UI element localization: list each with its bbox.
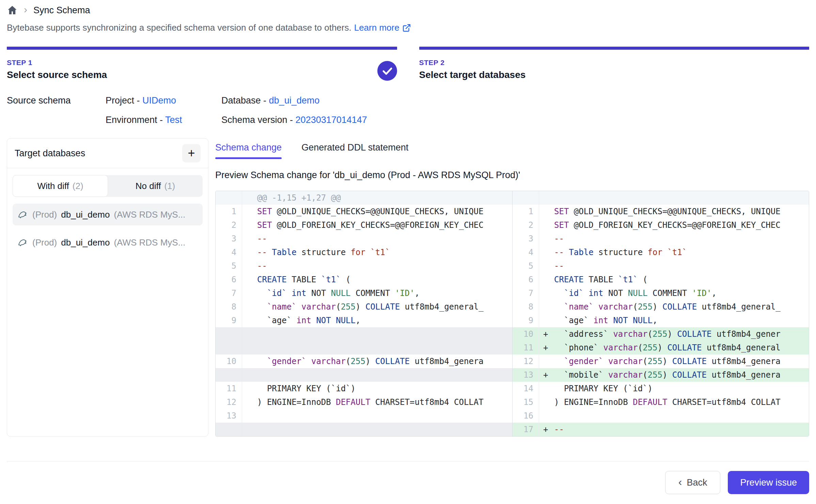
diff-row: 9 `age` int NOT NULL,	[513, 314, 809, 327]
code-line: -- Table structure for `t1`	[242, 246, 512, 259]
diff-row: 7 `id` int NOT NULL COMMENT 'ID',	[513, 286, 809, 300]
diff-filter-tab-with-diff[interactable]: With diff(2)	[13, 175, 108, 197]
code-line	[242, 341, 512, 355]
diff-row: 8 `name` varchar(255) COLLATE utf8mb4_ge…	[513, 300, 809, 314]
code-line: + `address` varchar(255) COLLATE utf8mb4…	[539, 327, 809, 341]
diff-row: 12) ENGINE=InnoDB DEFAULT CHARSET=utf8mb…	[216, 395, 512, 409]
code-line	[242, 368, 512, 382]
line-number	[216, 341, 242, 355]
source-schema-label: Source schema	[7, 95, 106, 125]
source-environment: Environment - Test	[106, 115, 221, 125]
footer-divider	[7, 461, 809, 461]
line-number: 13	[513, 368, 539, 382]
source-schema-summary: Source schema Project - UIDemo Database …	[7, 95, 809, 125]
step-2-label: STEP 2	[419, 59, 810, 67]
source-schema-version: Schema version - 20230317014147	[221, 115, 367, 125]
code-line: SET @OLD_FOREIGN_KEY_CHECKS=@@FOREIGN_KE…	[539, 218, 809, 232]
diff-filler-row	[216, 327, 512, 341]
diff-row: 12 `gender` varchar(255) COLLATE utf8mb4…	[513, 355, 809, 368]
code-line: SET @OLD_UNIQUE_CHECKS=@@UNIQUE_CHECKS, …	[539, 205, 809, 218]
preview-tab-generated-ddl-statement[interactable]: Generated DDL statement	[301, 142, 408, 159]
step-1-progress-bar	[7, 47, 397, 50]
tab-count: (1)	[164, 181, 175, 191]
diff-row: 5--	[216, 259, 512, 273]
line-number: 6	[513, 273, 539, 286]
diff-row: 13	[216, 409, 512, 423]
diff-row: 14 PRIMARY KEY (`id`)	[513, 382, 809, 395]
diff-row: 2SET @OLD_FOREIGN_KEY_CHECKS=@@FOREIGN_K…	[513, 218, 809, 232]
line-number: 1	[513, 205, 539, 218]
line-number	[513, 191, 539, 205]
step-1: STEP 1 Select source schema	[7, 47, 397, 80]
preview-tabs: Schema changeGenerated DDL statement	[215, 142, 809, 159]
diff-row: 4-- Table structure for `t1`	[513, 246, 809, 259]
environment-link[interactable]: Test	[165, 115, 182, 125]
diff-pane-source[interactable]: @@ -1,15 +1,27 @@1SET @OLD_UNIQUE_CHECKS…	[216, 191, 512, 436]
line-number: 4	[216, 246, 242, 259]
db-name: db_ui_demo	[61, 209, 110, 220]
step-2: STEP 2 Select target databases	[419, 47, 810, 80]
step-1-done-check-icon	[377, 61, 397, 81]
code-line: + `phone` varchar(255) COLLATE utf8mb4_g…	[539, 341, 809, 355]
diff-row: 3--	[513, 232, 809, 246]
line-number: 12	[513, 355, 539, 368]
code-line: `name` varchar(255) COLLATE utf8mb4_gene…	[539, 300, 809, 314]
add-target-database-button[interactable]: +	[182, 144, 201, 162]
target-database-item[interactable]: (Prod)db_ui_demo(AWS RDS MyS...	[13, 204, 203, 225]
code-line: `age` int NOT NULL,	[242, 314, 512, 327]
line-number: 12	[216, 395, 242, 409]
line-number: 9	[513, 314, 539, 327]
line-number: 14	[513, 382, 539, 395]
diff-filter-tabs: With diff(2)No diff(1)	[13, 175, 203, 197]
line-number: 13	[216, 409, 242, 423]
code-line: --	[242, 232, 512, 246]
breadcrumb: › Sync Schema	[7, 0, 809, 16]
diff-filler-row	[216, 368, 512, 382]
code-line: `gender` varchar(255) COLLATE utf8mb4_ge…	[242, 355, 512, 368]
line-number: 15	[513, 395, 539, 409]
stepper: STEP 1 Select source schema STEP 2 Selec…	[7, 47, 809, 80]
added-line-marker: +	[543, 327, 548, 341]
preview-title: Preview Schema change for 'db_ui_demo (P…	[215, 170, 809, 180]
target-database-item[interactable]: (Prod)db_ui_demo(AWS RDS MyS...	[13, 232, 203, 253]
diff-row: 1SET @OLD_UNIQUE_CHECKS=@@UNIQUE_CHECKS,…	[216, 205, 512, 218]
database-link[interactable]: db_ui_demo	[269, 95, 320, 106]
diff-filter-tab-no-diff[interactable]: No diff(1)	[108, 175, 203, 197]
preview-tab-schema-change[interactable]: Schema change	[215, 142, 282, 159]
preview-issue-button[interactable]: Preview issue	[728, 471, 809, 494]
step-2-progress-bar	[419, 47, 810, 50]
diff-row: 6CREATE TABLE `t1` (	[513, 273, 809, 286]
intro-description: Bytebase supports synchronizing a specif…	[7, 22, 351, 33]
line-number: 8	[216, 300, 242, 314]
back-button[interactable]: ‹ Back	[665, 471, 721, 494]
schema-version-link[interactable]: 20230317014147	[296, 115, 367, 125]
diff-row: 16	[513, 409, 809, 423]
project-link[interactable]: UIDemo	[142, 95, 176, 106]
code-line	[539, 191, 809, 205]
code-line: PRIMARY KEY (`id`)	[539, 382, 809, 395]
diff-row: 10 `gender` varchar(255) COLLATE utf8mb4…	[216, 355, 512, 368]
diff-added-row: 17+--	[513, 423, 809, 436]
code-line: +--	[539, 423, 809, 436]
line-number: 3	[216, 232, 242, 246]
line-number: 7	[513, 286, 539, 300]
line-number	[216, 191, 242, 205]
external-link-icon	[402, 23, 411, 32]
code-line: -- Table structure for `t1`	[539, 246, 809, 259]
diff-row: 2SET @OLD_FOREIGN_KEY_CHECKS=@@FOREIGN_K…	[216, 218, 512, 232]
learn-more-link[interactable]: Learn more	[354, 22, 411, 33]
db-environment: (Prod)	[32, 209, 57, 220]
db-instance: (AWS RDS MyS...	[114, 209, 185, 220]
diff-row: 8 `name` varchar(255) COLLATE utf8mb4_ge…	[216, 300, 512, 314]
diff-row: 9 `age` int NOT NULL,	[216, 314, 512, 327]
line-number: 8	[513, 300, 539, 314]
code-line: CREATE TABLE `t1` (	[242, 273, 512, 286]
line-number: 7	[216, 286, 242, 300]
mysql-icon	[17, 237, 28, 248]
intro-text: Bytebase supports synchronizing a specif…	[7, 22, 809, 33]
home-icon[interactable]	[7, 5, 18, 16]
db-instance: (AWS RDS MyS...	[114, 237, 185, 248]
diff-pane-target[interactable]: 1SET @OLD_UNIQUE_CHECKS=@@UNIQUE_CHECKS,…	[512, 191, 809, 436]
chevron-left-icon: ‹	[678, 476, 682, 488]
mysql-icon	[17, 209, 28, 220]
